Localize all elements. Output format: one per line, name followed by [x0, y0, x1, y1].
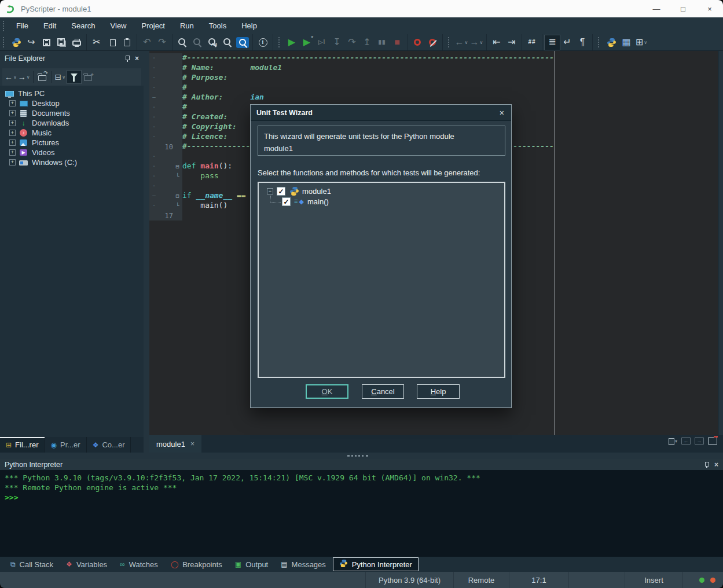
close-panel-icon[interactable]: × — [135, 54, 139, 63]
toggle-breakpoint-icon[interactable] — [410, 35, 425, 50]
tree-item-videos[interactable]: +▶Videos — [0, 148, 144, 157]
pause-icon[interactable]: ▮▮ — [375, 35, 390, 50]
tab-code-explorer[interactable]: ❖Co...er — [87, 437, 131, 453]
tree-item-downloads[interactable]: +↓Downloads — [0, 118, 144, 128]
code-line[interactable]: ·#--------------------------------------… — [149, 53, 718, 63]
close-tab-icon[interactable]: × — [190, 440, 194, 448]
dialog-caption[interactable]: Unit Test Wizard × — [251, 105, 511, 121]
tree-item-music[interactable]: +♪Music — [0, 128, 144, 138]
redo-icon[interactable]: ↷ — [155, 35, 170, 50]
indent-block-icon[interactable]: ⇥ — [504, 35, 519, 50]
expand-icon[interactable]: + — [9, 100, 16, 106]
tree-item-pictures[interactable]: +Pictures — [0, 138, 144, 148]
horizontal-splitter[interactable] — [0, 453, 723, 459]
code-line[interactable]: ·# Purpose: — [149, 73, 718, 83]
copy-icon[interactable] — [104, 35, 119, 50]
editor-tab-module1[interactable]: module1 × — [149, 435, 201, 453]
close-file-icon[interactable] — [708, 437, 717, 445]
fold-marker[interactable]: ⊟ — [173, 163, 182, 170]
find-in-files-icon[interactable] — [220, 35, 235, 50]
menu-item-file[interactable]: File — [9, 17, 36, 34]
special-characters-icon[interactable]: ¶ — [575, 35, 590, 50]
clear-all-breakpoints-icon[interactable] — [425, 35, 440, 50]
expand-icon[interactable]: + — [9, 139, 16, 146]
navigate-back-icon[interactable]: ←∨ — [454, 35, 469, 50]
dock-tab-variables[interactable]: ❖Variables — [60, 557, 113, 571]
checkbox-checked[interactable]: ✓ — [282, 197, 291, 206]
dialog-tree-module1[interactable]: −✓ module1 — [267, 186, 504, 196]
save-all-icon[interactable] — [54, 35, 69, 50]
menu-item-search[interactable]: Search — [64, 17, 102, 34]
highlight-search-icon[interactable] — [235, 35, 250, 50]
tree-item-documents[interactable]: +Documents — [0, 108, 144, 118]
run-icon[interactable]: ▶ — [284, 35, 299, 50]
step-into-icon[interactable]: ↧ — [329, 35, 344, 50]
expand-icon[interactable]: + — [9, 110, 16, 116]
dialog-tree-main[interactable]: ✓main() — [267, 196, 504, 207]
undo-icon[interactable]: ↶ — [140, 35, 155, 50]
code-line[interactable]: −# Author: ian — [149, 93, 718, 102]
find-icon[interactable] — [175, 35, 190, 50]
ordered-list-icon[interactable]: ≣ — [545, 35, 560, 50]
explorer-filter-icon[interactable] — [67, 70, 81, 84]
expand-icon[interactable]: + — [9, 159, 16, 166]
menu-item-help[interactable]: Help — [234, 17, 265, 34]
paste-icon[interactable] — [119, 35, 134, 50]
abort-icon[interactable]: ■ — [390, 35, 405, 50]
explorer-new-folder-icon[interactable] — [82, 70, 94, 84]
maximize-button[interactable]: □ — [670, 0, 696, 17]
tree-item-windows-c-[interactable]: +Windows (C:) — [0, 157, 144, 167]
print-icon[interactable] — [69, 35, 84, 50]
save-file-icon[interactable] — [39, 35, 54, 50]
ide-layouts-icon[interactable]: ▦ — [619, 35, 634, 50]
dialog-close-icon[interactable]: × — [500, 108, 504, 117]
dock-tab-watches[interactable]: ∞Watches — [114, 557, 164, 571]
code-line[interactable]: ·# — [149, 83, 718, 93]
run-to-cursor-icon[interactable]: ▷I — [314, 35, 329, 50]
replace-icon[interactable]: AB — [205, 35, 220, 50]
expand-icon[interactable]: + — [9, 130, 16, 136]
dock-tab-breakpoints[interactable]: ◯Breakpoints — [165, 557, 228, 571]
python-engine-icon[interactable] — [604, 35, 619, 50]
navigate-forward-icon[interactable]: →∨ — [469, 35, 484, 50]
expand-icon[interactable]: + — [9, 120, 16, 126]
find-next-icon[interactable] — [190, 35, 205, 50]
previous-tab-icon[interactable]: ← — [681, 437, 691, 445]
fold-marker[interactable]: ⊟ — [173, 193, 182, 199]
explorer-forward-icon[interactable]: →∨ — [18, 70, 30, 84]
menu-item-project[interactable]: Project — [134, 17, 173, 34]
tree-item-desktop[interactable]: +Desktop — [0, 98, 144, 108]
new-python-module-icon[interactable] — [9, 35, 24, 50]
toggle-line-numbers-icon[interactable]: ## — [524, 35, 540, 50]
word-wrap-icon[interactable]: ↵ — [560, 35, 575, 50]
cancel-button[interactable]: Cancel — [362, 384, 404, 399]
tab-list-icon[interactable]: ▾ — [666, 437, 677, 445]
menu-item-view[interactable]: View — [103, 17, 134, 34]
explorer-open-folder-icon[interactable] — [36, 70, 48, 84]
tree-item-this-pc[interactable]: This PC — [0, 89, 144, 98]
menu-item-edit[interactable]: Edit — [36, 17, 64, 34]
tab-project-explorer[interactable]: ◉Pr...er — [45, 437, 87, 453]
dock-tab-call-stack[interactable]: ⧉Call Stack — [5, 557, 59, 571]
cut-icon[interactable]: ✂ — [89, 35, 104, 50]
interpreter-prompt[interactable]: >>> — [5, 493, 723, 503]
explorer-view-style-icon[interactable]: ⊟∨ — [54, 70, 66, 84]
checkbox-checked[interactable]: ✓ — [277, 187, 285, 196]
pin-icon[interactable] — [704, 461, 710, 468]
help-button[interactable]: Help — [417, 384, 460, 399]
debug-icon[interactable]: ▶ — [299, 35, 314, 50]
step-out-icon[interactable]: ↥ — [359, 35, 375, 50]
pin-icon[interactable] — [124, 55, 130, 62]
expand-icon[interactable]: + — [9, 149, 16, 156]
menu-item-run[interactable]: Run — [173, 17, 201, 34]
dock-tab-python-interpreter[interactable]: Python Interpreter — [333, 557, 419, 571]
dock-tab-output[interactable]: ▣Output — [229, 557, 274, 571]
close-panel-icon[interactable]: × — [714, 461, 718, 469]
minimize-button[interactable]: — — [643, 0, 670, 17]
dock-tab-messages[interactable]: ▤Messages — [275, 557, 332, 571]
explorer-back-icon[interactable]: ←∨ — [5, 70, 17, 84]
window-layout-icon[interactable]: ⊞∨ — [634, 35, 649, 50]
splitter-handle[interactable] — [347, 455, 368, 457]
code-line[interactable]: ·# Name: module1 — [149, 63, 718, 73]
open-file-icon[interactable]: ↪ — [24, 35, 39, 50]
